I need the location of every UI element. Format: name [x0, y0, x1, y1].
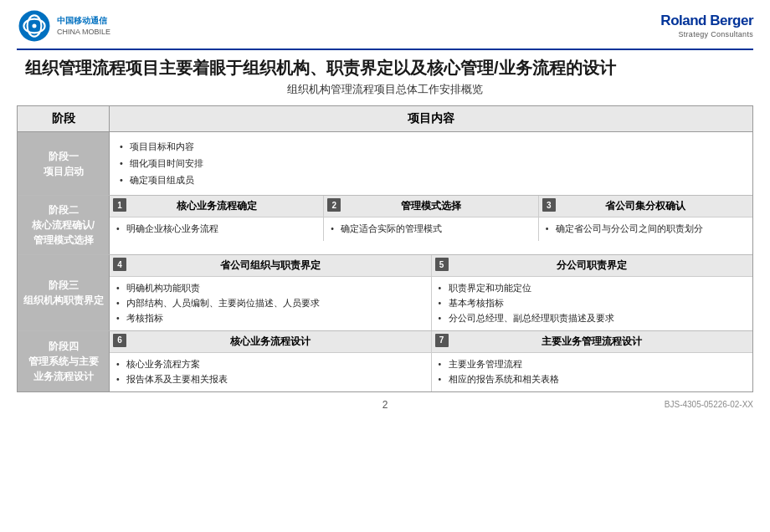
sub-grid-3col: 1 核心业务流程确定 明确企业核心业务流程 2 管理模式选择 [110, 196, 752, 241]
sub-box-header-2: 2 管理模式选择 [324, 196, 537, 217]
sub-box-2: 2 管理模式选择 确定适合实际的管理模式 [324, 196, 538, 241]
sub-box-content-6: 核心业务流程方案 报告体系及主要相关报表 [110, 353, 431, 391]
stage-label-4: 阶段四 管理系统与主要 业务流程设计 [28, 339, 99, 384]
svg-point-3 [32, 23, 36, 28]
sub-box-number-1: 1 [113, 198, 126, 212]
stage-column-header: 阶段 [18, 106, 110, 131]
sub-grid-2col-4: 6 核心业务流程设计 核心业务流程方案 报告体系及主要相关报表 7 主要业务管理… [110, 331, 752, 391]
stage-cell-3: 阶段三 组织机构职责界定 [18, 255, 110, 330]
china-mobile-logo: 中国移动通信 CHINA MOBILE [17, 8, 110, 43]
sub-box-6: 6 核心业务流程设计 核心业务流程方案 报告体系及主要相关报表 [110, 331, 432, 391]
content-cell-1: 项目目标和内容 细化项目时间安排 确定项目组成员 [110, 132, 752, 195]
footer-reference: BJS-4305-05226-02-XX [665, 400, 753, 409]
sub-box-content-5: 职责界定和功能定位 基本考核指标 分公司总经理、副总经理职责描述及要求 [432, 277, 753, 330]
bullet-item: 报告体系及主要相关报表 [120, 372, 424, 387]
roland-berger-subtitle: Strategy Consultants [660, 30, 753, 39]
sub-title: 组织机构管理流程项目总体工作安排概览 [25, 82, 745, 97]
sub-box-3: 3 省公司集分权确认 确定省公司与分公司之间的职责划分 [539, 196, 752, 241]
sub-box-content-7: 主要业务管理流程 相应的报告系统和相关表格 [432, 353, 753, 391]
page-number: 2 [382, 399, 388, 411]
sub-box-5: 5 分公司职责界定 职责界定和功能定位 基本考核指标 分公司总经理、副总经理职责… [432, 255, 753, 330]
bullet-item: 相应的报告系统和相关表格 [442, 372, 747, 387]
sub-box-4: 4 省公司组织与职责界定 明确机构功能职责 内部结构、人员编制、主要岗位描述、人… [110, 255, 432, 330]
sub-box-number-2: 2 [327, 198, 341, 212]
sub-box-number-7: 7 [435, 334, 449, 347]
stage-1-line1: 阶段一 [49, 151, 79, 162]
main-title: 组织管理流程项目主要着眼于组织机构、职责界定以及核心管理/业务流程的设计 [25, 57, 745, 79]
content-cell-2: 1 核心业务流程确定 明确企业核心业务流程 2 管理模式选择 [110, 196, 752, 254]
bullet-item: 核心业务流程方案 [120, 357, 424, 372]
bullet-item: 内部结构、人员编制、主要岗位描述、人员要求 [120, 296, 424, 311]
bullet-item: 基本考核指标 [442, 296, 747, 311]
bullet-item: 主要业务管理流程 [442, 357, 747, 372]
stage-label-2: 阶段二 核心流程确认/ 管理模式选择 [32, 202, 95, 248]
bullet-item: 确定适合实际的管理模式 [334, 222, 531, 237]
main-table: 阶段 项目内容 阶段一 项目启动 项目目标和内容 细化项目时间安排 确定项目组成… [17, 105, 753, 392]
sub-box-content-2: 确定适合实际的管理模式 [324, 217, 537, 241]
bullet-item: 确定省公司与分公司之间的职责划分 [549, 222, 746, 237]
sub-box-number-6: 6 [113, 334, 126, 347]
bullet-item: 确定项目组成员 [123, 172, 739, 189]
bullet-item: 职责界定和功能定位 [442, 281, 747, 296]
bullet-item: 明确机构功能职责 [120, 281, 424, 296]
sub-box-number-5: 5 [435, 258, 449, 271]
sub-box-header-4: 4 省公司组织与职责界定 [110, 255, 431, 277]
sub-box-7: 7 主要业务管理流程设计 主要业务管理流程 相应的报告系统和相关表格 [432, 331, 753, 391]
sub-box-header-6: 6 核心业务流程设计 [110, 331, 431, 353]
bullet-item: 考核指标 [120, 311, 424, 326]
title-section: 组织管理流程项目主要着眼于组织机构、职责界定以及核心管理/业务流程的设计 组织机… [0, 50, 770, 100]
content-cell-3: 4 省公司组织与职责界定 明确机构功能职责 内部结构、人员编制、主要岗位描述、人… [110, 255, 752, 330]
bullet-item: 细化项目时间安排 [123, 156, 739, 172]
sub-box-number-3: 3 [542, 198, 556, 212]
table-header-row: 阶段 项目内容 [18, 106, 752, 132]
sub-box-number-4: 4 [113, 258, 126, 271]
sub-box-header-7: 7 主要业务管理流程设计 [432, 331, 753, 353]
stage-label-3: 阶段三 组织机构职责界定 [23, 278, 104, 308]
page-footer: 2 BJS-4305-05226-02-XX [0, 396, 770, 414]
china-mobile-logo-icon [17, 8, 52, 43]
sub-box-header-1: 1 核心业务流程确定 [110, 196, 323, 217]
bullet-item: 项目目标和内容 [123, 139, 739, 156]
sub-box-1: 1 核心业务流程确定 明确企业核心业务流程 [110, 196, 324, 241]
sub-box-content-3: 确定省公司与分公司之间的职责划分 [539, 217, 752, 241]
sub-box-content-1: 明确企业核心业务流程 [110, 217, 323, 241]
content-cell-4: 6 核心业务流程设计 核心业务流程方案 报告体系及主要相关报表 7 主要业务管理… [110, 331, 752, 391]
stage-cell-2: 阶段二 核心流程确认/ 管理模式选择 [18, 196, 110, 254]
simple-content-1: 项目目标和内容 细化项目时间安排 确定项目组成员 [110, 132, 752, 195]
content-column-header: 项目内容 [110, 106, 752, 131]
sub-box-content-4: 明确机构功能职责 内部结构、人员编制、主要岗位描述、人员要求 考核指标 [110, 277, 431, 330]
table-row: 阶段一 项目启动 项目目标和内容 细化项目时间安排 确定项目组成员 [18, 132, 752, 196]
table-row: 阶段二 核心流程确认/ 管理模式选择 1 核心业务流程确定 明确企业核心业务流程 [18, 196, 752, 255]
roland-berger-logo: Roland Berger Strategy Consultants [660, 13, 753, 38]
sub-box-header-5: 5 分公司职责界定 [432, 255, 753, 277]
bullet-item: 明确企业核心业务流程 [120, 222, 316, 237]
stage-1-line2: 项目启动 [44, 166, 84, 177]
page-header: 中国移动通信 CHINA MOBILE Roland Berger Strate… [0, 0, 770, 49]
bullet-item: 分公司总经理、副总经理职责描述及要求 [442, 311, 747, 326]
china-mobile-text: 中国移动通信 CHINA MOBILE [57, 15, 110, 38]
sub-grid-2col-3: 4 省公司组织与职责界定 明确机构功能职责 内部结构、人员编制、主要岗位描述、人… [110, 255, 752, 330]
table-row: 阶段四 管理系统与主要 业务流程设计 6 核心业务流程设计 核心业务流程方案 报… [18, 331, 752, 391]
roland-berger-name: Roland Berger [660, 13, 753, 29]
sub-row: 1 核心业务流程确定 明确企业核心业务流程 2 管理模式选择 [110, 196, 752, 241]
sub-box-header-3: 3 省公司集分权确认 [539, 196, 752, 217]
table-row: 阶段三 组织机构职责界定 4 省公司组织与职责界定 明确机构功能职责 内部结构、… [18, 255, 752, 331]
stage-cell-4: 阶段四 管理系统与主要 业务流程设计 [18, 331, 110, 391]
stage-label-1: 阶段一 项目启动 [44, 149, 84, 179]
stage-cell-1: 阶段一 项目启动 [18, 132, 110, 195]
